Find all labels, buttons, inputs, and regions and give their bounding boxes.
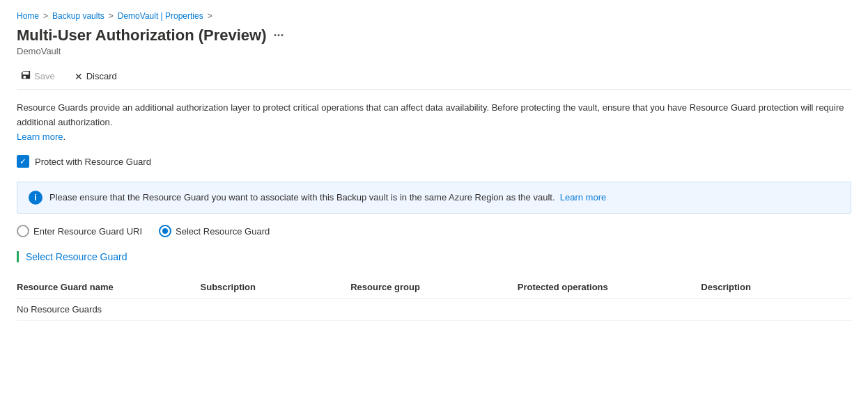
- discard-label: Discard: [86, 71, 117, 81]
- protect-checkbox[interactable]: ✓: [17, 155, 29, 168]
- resource-guard-table: Resource Guard name Subscription Resourc…: [17, 276, 851, 321]
- discard-button[interactable]: ✕ Discard: [70, 68, 121, 85]
- breadcrumb-sep-2: >: [109, 11, 114, 21]
- info-learn-more-link[interactable]: Learn more: [17, 132, 63, 142]
- info-banner: i Please ensure that the Resource Guard …: [17, 182, 851, 214]
- col-header-description: Description: [701, 276, 851, 299]
- radio-options-row: Enter Resource Guard URI Select Resource…: [17, 225, 851, 237]
- col-header-resource-group: Resource group: [350, 276, 518, 299]
- col-header-name: Resource Guard name: [17, 276, 201, 299]
- discard-icon: ✕: [75, 71, 83, 82]
- no-data-row: No Resource Guards: [17, 299, 851, 321]
- col-header-protected-ops: Protected operations: [518, 276, 702, 299]
- save-button[interactable]: Save: [17, 68, 59, 85]
- breadcrumb-demovault-properties[interactable]: DemoVault | Properties: [118, 11, 203, 21]
- breadcrumb: Home > Backup vaults > DemoVault | Prope…: [17, 11, 851, 21]
- breadcrumb-home[interactable]: Home: [17, 11, 39, 21]
- checkmark-icon: ✓: [20, 157, 26, 166]
- no-data-label: No Resource Guards: [17, 299, 851, 321]
- banner-learn-more-link[interactable]: Learn more: [560, 192, 606, 202]
- protect-checkbox-row[interactable]: ✓ Protect with Resource Guard: [17, 155, 851, 168]
- protect-checkbox-label: Protect with Resource Guard: [35, 157, 151, 167]
- info-circle-icon: i: [29, 191, 42, 205]
- save-icon: [21, 70, 31, 82]
- page-title: Multi-User Authorization (Preview): [17, 26, 267, 45]
- radio-enter-uri[interactable]: Enter Resource Guard URI: [17, 225, 142, 237]
- breadcrumb-sep-3: >: [208, 11, 212, 21]
- col-header-subscription: Subscription: [201, 276, 351, 299]
- toolbar: Save ✕ Discard: [17, 63, 851, 90]
- section-heading-select-guard[interactable]: Select Resource Guard: [17, 251, 851, 262]
- radio-enter-uri-circle: [17, 225, 29, 237]
- info-learn-more-suffix: .: [63, 132, 65, 142]
- info-description-text: Resource Guards provide an additional au…: [17, 102, 844, 127]
- breadcrumb-backup-vaults[interactable]: Backup vaults: [52, 11, 104, 21]
- info-banner-text: Please ensure that the Resource Guard yo…: [49, 191, 606, 205]
- more-options-icon[interactable]: ···: [274, 29, 284, 43]
- breadcrumb-sep-1: >: [43, 11, 48, 21]
- info-description: Resource Guards provide an additional au…: [17, 101, 851, 144]
- radio-select-guard-circle: [159, 225, 171, 237]
- page-subtitle: DemoVault: [17, 46, 851, 56]
- table-header-row: Resource Guard name Subscription Resourc…: [17, 276, 851, 299]
- radio-select-guard[interactable]: Select Resource Guard: [159, 225, 270, 237]
- save-label: Save: [34, 71, 55, 81]
- radio-select-guard-label: Select Resource Guard: [176, 226, 270, 237]
- radio-enter-uri-label: Enter Resource Guard URI: [33, 226, 142, 237]
